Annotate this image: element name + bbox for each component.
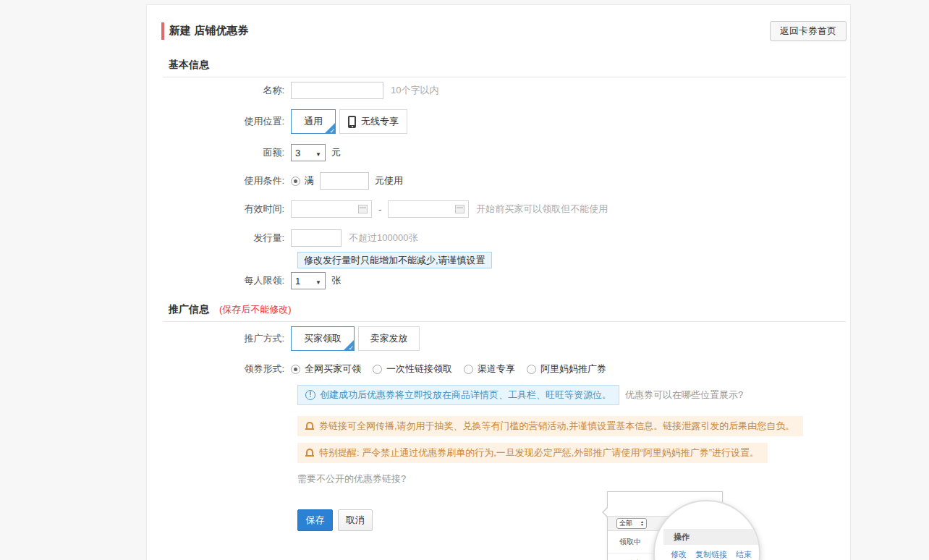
magnifier-link-modify: 修改 [671, 549, 687, 560]
option-general-label: 通用 [304, 115, 323, 128]
warning-special-text: 特别提醒: 严令禁止通过优惠券刷单的行为,一旦发现必定严惩,外部推广请使用“阿里… [319, 446, 759, 459]
limit-unit: 张 [331, 274, 341, 287]
claim-radio-onetime-link[interactable] [373, 365, 382, 374]
start-date-input[interactable] [291, 200, 372, 218]
chevron-down-icon [315, 148, 321, 158]
amount-unit: 元 [331, 146, 341, 159]
back-to-coupon-home-button[interactable]: 返回卡券首页 [770, 21, 847, 41]
row-warning-link: 券链接可全网传播,请勿用于抽奖、兑换等有门槛的营销活动,并谨慎设置基本信息。链接… [297, 416, 803, 436]
option-seller-issue[interactable]: 卖家发放 [358, 326, 420, 351]
limit-select[interactable]: 1 [291, 272, 326, 289]
limit-label: 每人限领: [147, 274, 291, 287]
row-name: 名称: 10个字以内 [147, 82, 438, 99]
claim-radio-alimama[interactable] [527, 365, 536, 374]
warning-link-box: 券链接可全网传播,请勿用于抽奖、兑换等有门槛的营销活动,并谨慎设置基本信息。链接… [297, 416, 803, 436]
magnifier-links: 修改 复制链接 结束 [671, 549, 752, 560]
page: 新建 店铺优惠券 返回卡券首页 基本信息 名称: 10个字以内 使用位置: 通用… [0, 0, 929, 560]
cancel-button[interactable]: 取消 [338, 509, 373, 531]
row-actions: 保存 取消 [297, 509, 373, 531]
amount-label: 面额: [147, 146, 291, 159]
mobile-phone-icon [348, 116, 356, 128]
promo-method-label: 推广方式: [147, 332, 291, 345]
warning-link-text: 券链接可全网传播,请勿用于抽奖、兑换等有门槛的营销活动,并谨慎设置基本信息。链接… [319, 420, 794, 433]
magnifier-link-copy: 复制链接 [695, 549, 727, 560]
name-hint: 10个字以内 [391, 84, 438, 97]
chevron-down-icon [315, 276, 321, 287]
claim-radio-all-buyers-label: 全网买家可领 [305, 362, 361, 376]
warning-special-box: 特别提醒: 严令禁止通过优惠券刷单的行为,一旦发现必定严惩,外部推广请使用“阿里… [297, 443, 768, 463]
promo-title-text: 推广信息 [169, 303, 209, 315]
option-general[interactable]: 通用 [291, 109, 336, 134]
placement-question-link[interactable]: 优惠券可以在哪些位置展示? [625, 389, 743, 402]
bell-icon [306, 449, 313, 455]
preview-filter-value: 全部 [619, 519, 632, 528]
preview-row-claiming: 领取中 [619, 537, 641, 547]
usage-position-label: 使用位置: [147, 115, 291, 128]
popup-arrow [602, 506, 608, 518]
page-header: 新建 店铺优惠券 返回卡券首页 [147, 21, 850, 46]
divider [163, 321, 846, 322]
name-input[interactable] [291, 82, 383, 99]
condition-amount-input[interactable] [320, 172, 369, 190]
option-buyer-claim[interactable]: 买家领取 [291, 326, 355, 351]
option-seller-issue-label: 卖家发放 [370, 332, 408, 345]
issue-quantity-input[interactable] [291, 229, 342, 247]
claim-radio-alimama-label: 阿里妈妈推广券 [540, 362, 606, 376]
date-range-separator: - [378, 204, 381, 215]
claim-radio-onetime-link-label: 一次性链接领取 [386, 362, 452, 376]
magnifier-link-end: 结束 [736, 549, 752, 560]
title-accent-bar [161, 22, 164, 40]
row-per-person-limit: 每人限领: 1 张 [147, 272, 341, 289]
claim-type-label: 领券形式: [147, 362, 291, 376]
condition-radio[interactable] [291, 177, 300, 186]
valid-time-hint: 开始前买家可以领取但不能使用 [476, 203, 608, 216]
condition-radio-label: 满 [305, 174, 314, 187]
condition-suffix: 元使用 [375, 174, 403, 187]
row-placement-tip: 创建成功后优惠券将立即投放在商品详情页、工具栏、旺旺等资源位。 优惠券可以在哪些… [297, 385, 743, 405]
option-buyer-claim-label: 买家领取 [304, 332, 342, 345]
claim-radio-channel-exclusive[interactable] [464, 365, 473, 374]
row-amount: 面额: 3 元 [147, 144, 341, 161]
preview-filter-select: 全部 [616, 518, 647, 529]
up-down-arrows-icon [640, 521, 644, 526]
condition-label: 使用条件: [147, 174, 291, 187]
amount-selected-value: 3 [295, 148, 300, 158]
placement-tip-box: 创建成功后优惠券将立即投放在商品详情页、工具栏、旺旺等资源位。 [297, 385, 619, 405]
issue-quantity-note: 修改发行量时只能增加不能减少,请谨慎设置 [297, 252, 492, 268]
magnifier-ops-header: 操作 [663, 529, 760, 545]
calendar-icon [358, 205, 368, 213]
selected-check-icon [343, 339, 355, 351]
option-wireless-only[interactable]: 无线专享 [339, 109, 407, 134]
row-promo-method: 推广方式: 买家领取 卖家发放 [147, 326, 420, 351]
issue-quantity-hint: 不超过100000张 [349, 232, 417, 245]
selected-check-icon [324, 122, 336, 134]
private-link-question[interactable]: 需要不公开的优惠券链接? [297, 472, 406, 485]
info-icon [305, 390, 315, 400]
claim-radio-channel-exclusive-label: 渠道专享 [478, 362, 515, 376]
page-title: 新建 店铺优惠券 [169, 24, 248, 38]
section-title-promo: 推广信息(保存后不能修改) [169, 303, 292, 316]
row-issue-quantity: 发行量: 不超过100000张 [147, 229, 417, 247]
calendar-icon [455, 205, 465, 213]
bell-icon [306, 422, 313, 428]
coupon-create-panel: 新建 店铺优惠券 返回卡券首页 基本信息 名称: 10个字以内 使用位置: 通用… [146, 4, 851, 560]
claim-radio-all-buyers[interactable] [291, 365, 300, 374]
divider [163, 77, 846, 77]
name-label: 名称: [147, 84, 291, 97]
row-usage-position: 使用位置: 通用 无线专享 [147, 109, 407, 134]
end-date-input[interactable] [388, 200, 469, 218]
amount-select[interactable]: 3 [291, 144, 326, 161]
limit-selected-value: 1 [295, 276, 300, 287]
option-wireless-label: 无线专享 [361, 115, 399, 128]
valid-time-label: 有效时间: [147, 203, 291, 216]
save-button[interactable]: 保存 [297, 509, 333, 531]
row-valid-time: 有效时间: - 开始前买家可以领取但不能使用 [147, 200, 608, 218]
row-warning-special: 特别提醒: 严令禁止通过优惠券刷单的行为,一旦发现必定严惩,外部推广请使用“阿里… [297, 443, 768, 463]
section-title-basic: 基本信息 [169, 59, 209, 72]
row-claim-type: 领券形式: 全网买家可领 一次性链接领取 渠道专享 阿里妈妈推广券 [147, 363, 606, 375]
issue-quantity-label: 发行量: [147, 232, 291, 245]
row-condition: 使用条件: 满 元使用 [147, 172, 403, 190]
placement-tip-text: 创建成功后优惠券将立即投放在商品详情页、工具栏、旺旺等资源位。 [320, 389, 611, 402]
promo-immutable-note: (保存后不能修改) [219, 304, 292, 315]
